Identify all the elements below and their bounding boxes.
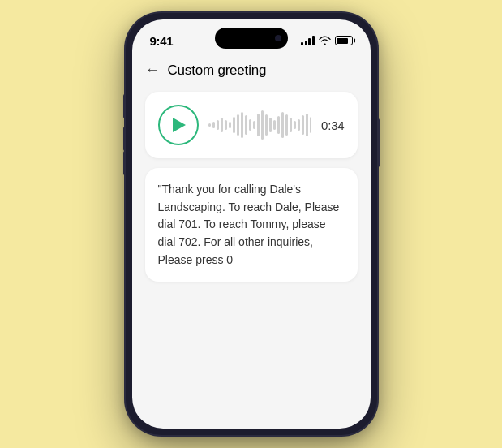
- app-content: ← Custom greeting 0:34 "Thank you for ca…: [132, 55, 371, 282]
- back-button[interactable]: ←: [145, 62, 161, 79]
- back-arrow-icon: ←: [145, 62, 160, 79]
- camera-dot: [275, 35, 281, 41]
- status-bar: 9:41: [132, 19, 371, 55]
- transcript-card: "Thank you for calling Dale's Landscapin…: [145, 168, 358, 282]
- status-time: 9:41: [150, 34, 174, 48]
- status-icons: [301, 36, 353, 45]
- signal-bars-icon: [301, 36, 315, 45]
- wifi-icon: [319, 36, 331, 45]
- phone-container: 9:41: [126, 13, 377, 435]
- audio-duration: 0:34: [321, 118, 344, 132]
- page-title: Custom greeting: [168, 62, 267, 79]
- play-button[interactable]: [158, 105, 199, 145]
- battery-icon: [335, 36, 353, 45]
- nav-bar: ← Custom greeting: [145, 62, 358, 79]
- waveform: [208, 109, 312, 141]
- phone-screen: 9:41: [132, 19, 371, 429]
- transcript-text: "Thank you for calling Dale's Landscapin…: [158, 181, 345, 269]
- play-icon: [173, 118, 186, 132]
- audio-player-card: 0:34: [145, 92, 358, 158]
- dynamic-island: [215, 28, 288, 49]
